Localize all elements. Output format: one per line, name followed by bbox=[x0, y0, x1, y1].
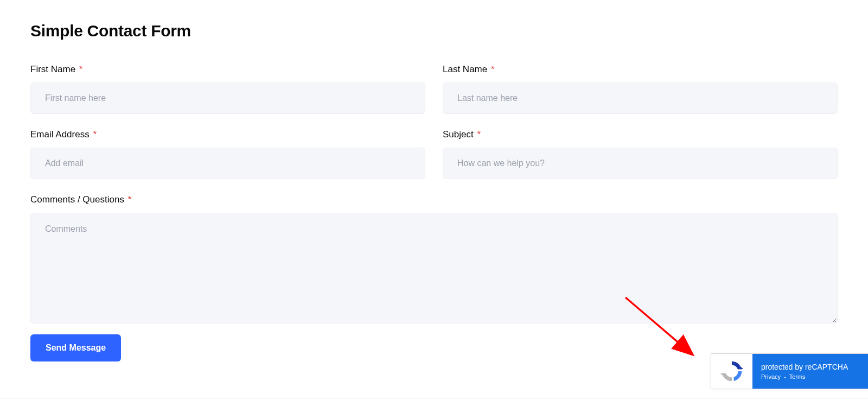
comments-textarea[interactable] bbox=[30, 213, 838, 323]
recaptcha-text: protected by reCAPTCHA Privacy - Terms bbox=[752, 354, 868, 389]
recaptcha-logo bbox=[711, 354, 752, 389]
recaptcha-separator: - bbox=[784, 373, 786, 380]
recaptcha-protected-text: protected by reCAPTCHA bbox=[761, 363, 868, 371]
comments-label: Comments / Questions * bbox=[30, 194, 838, 205]
last-name-label-text: Last Name bbox=[443, 64, 487, 74]
subject-label: Subject * bbox=[443, 129, 838, 140]
recaptcha-privacy-link[interactable]: Privacy bbox=[761, 373, 781, 380]
required-marker: * bbox=[128, 194, 132, 205]
footer-divider bbox=[0, 398, 868, 398]
first-name-label-text: First Name bbox=[30, 64, 75, 74]
required-marker: * bbox=[93, 129, 97, 139]
send-message-button[interactable]: Send Message bbox=[30, 334, 121, 361]
email-label: Email Address * bbox=[30, 129, 425, 140]
form-row-1: First Name * Last Name * bbox=[30, 64, 838, 114]
form-row-2: Email Address * Subject * bbox=[30, 129, 838, 179]
comments-field-group: Comments / Questions * bbox=[30, 194, 838, 326]
required-marker: * bbox=[79, 64, 83, 74]
first-name-input[interactable] bbox=[30, 83, 425, 114]
subject-label-text: Subject bbox=[443, 129, 474, 139]
email-label-text: Email Address bbox=[30, 129, 90, 139]
first-name-field-group: First Name * bbox=[30, 64, 425, 114]
required-marker: * bbox=[477, 129, 481, 139]
first-name-label: First Name * bbox=[30, 64, 425, 75]
recaptcha-badge[interactable]: protected by reCAPTCHA Privacy - Terms bbox=[711, 353, 868, 389]
email-field-group: Email Address * bbox=[30, 129, 425, 179]
recaptcha-icon bbox=[720, 359, 744, 383]
recaptcha-terms-link[interactable]: Terms bbox=[789, 373, 806, 380]
last-name-label: Last Name * bbox=[443, 64, 838, 75]
form-title: Simple Contact Form bbox=[30, 22, 838, 40]
subject-input[interactable] bbox=[443, 148, 838, 179]
recaptcha-links: Privacy - Terms bbox=[761, 373, 868, 380]
contact-form-container: Simple Contact Form First Name * Last Na… bbox=[0, 0, 868, 370]
required-marker: * bbox=[491, 64, 495, 74]
last-name-field-group: Last Name * bbox=[443, 64, 838, 114]
last-name-input[interactable] bbox=[443, 83, 838, 114]
comments-label-text: Comments / Questions bbox=[30, 194, 124, 205]
subject-field-group: Subject * bbox=[443, 129, 838, 179]
email-input[interactable] bbox=[30, 148, 425, 179]
